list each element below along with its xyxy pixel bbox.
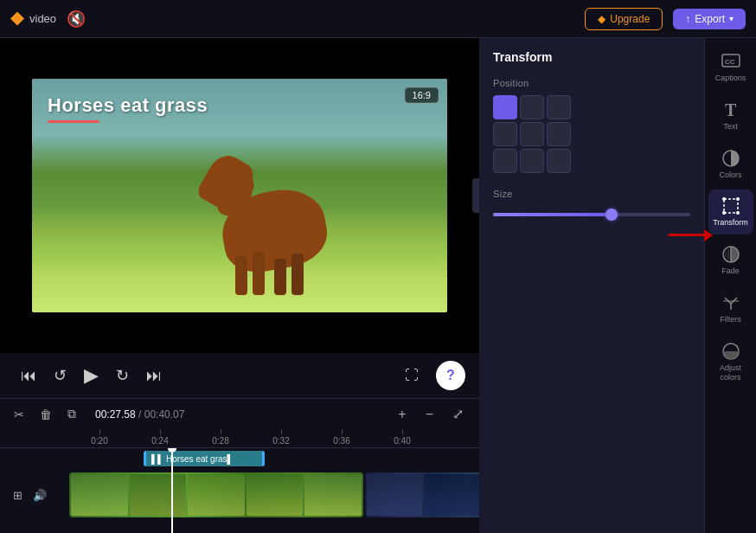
size-slider-container (493, 206, 690, 223)
pos-mid-right[interactable] (547, 122, 571, 146)
playback-controls: ⏮ ↺ ▶ ↻ ⏭ ⛶ ? (0, 353, 479, 398)
pos-bot-right[interactable] (547, 149, 571, 173)
tech-video-clip[interactable] (365, 472, 479, 517)
ruler-mark-5: 0:40 (372, 429, 432, 446)
horse-silhouette (188, 139, 361, 295)
svg-point-5 (722, 197, 726, 201)
sidebar-text-button[interactable]: T Text (708, 93, 753, 138)
sidebar-icons: CC Captions T Text Colors Transform (704, 38, 756, 533)
timeline-tracks: ▌▌ Horses eat gras▌ ⊞ 🔊 (0, 448, 479, 533)
colors-label: Colors (719, 170, 741, 180)
adjust-colors-label: Adjust colors (712, 363, 750, 382)
chevron-down-icon: ▾ (729, 14, 734, 23)
delete-button[interactable]: 🗑 (36, 406, 55, 423)
filters-icon (721, 293, 740, 312)
ruler-mark-3: 0:32 (251, 429, 311, 446)
playhead[interactable] (171, 448, 173, 533)
svg-text:CC: CC (725, 58, 735, 66)
sidebar-filters-button[interactable]: Filters (708, 286, 753, 331)
timeline-ruler: 0:20 0:24 0:28 0:32 0:36 0:40 (0, 429, 479, 448)
text-underline (48, 120, 99, 123)
horse-leg2 (253, 252, 265, 295)
svg-text:T: T (725, 100, 737, 119)
zoom-out-button[interactable]: − (420, 405, 439, 424)
duplicate-button[interactable]: ⧉ (64, 405, 80, 423)
cut-button[interactable]: ✂ (10, 406, 28, 423)
video-clips-row (69, 469, 479, 521)
overlay-text: Horses eat grass (48, 94, 208, 116)
time-display: 00:27.58 / 00:40.07 (95, 408, 184, 421)
filters-label: Filters (720, 315, 741, 324)
fit-timeline-button[interactable]: ⤢ (447, 404, 469, 424)
ruler-marks: 0:20 0:24 0:28 0:32 0:36 0:40 (0, 429, 479, 446)
size-slider-track (493, 213, 690, 216)
horse-video-clip[interactable] (69, 472, 363, 517)
fade-label: Fade (721, 266, 740, 276)
fullscreen-button[interactable]: ⛶ (398, 364, 426, 387)
total-time: 00:40.07 (144, 408, 185, 421)
sidebar-fade-button[interactable]: Fade (708, 238, 753, 283)
transform-icon (721, 196, 740, 215)
upgrade-button[interactable]: ◆ Upgrade (585, 8, 663, 30)
zoom-in-button[interactable]: + (393, 405, 411, 424)
upgrade-label: Upgrade (610, 13, 650, 25)
size-slider-fill (493, 213, 612, 216)
svg-rect-4 (724, 199, 738, 213)
position-grid (493, 95, 690, 173)
play-button[interactable]: ▶ (77, 361, 106, 390)
app-title: video (29, 12, 56, 25)
track-audio-icon[interactable]: 🔊 (31, 486, 48, 504)
track-media-icon[interactable]: ⊞ (9, 486, 26, 504)
caption-clip[interactable]: ▌▌ Horses eat gras▌ (144, 451, 265, 466)
captions-label: Captions (715, 74, 746, 83)
pos-top-center[interactable] (520, 95, 544, 119)
adjust-colors-icon (721, 342, 740, 361)
video-track: ⊞ 🔊 (0, 469, 479, 521)
horse-leg4 (292, 254, 304, 295)
time-separator: / (138, 408, 144, 421)
mute-button[interactable]: 🔇 (67, 10, 86, 29)
size-slider-thumb[interactable] (605, 209, 618, 221)
svg-point-8 (736, 211, 740, 215)
transform-panel: Transform Position Size (479, 38, 704, 533)
skip-forward-button[interactable]: ⏭ (139, 363, 169, 389)
transform-label: Transform (713, 218, 748, 228)
sidebar-adjust-colors-button[interactable]: Adjust colors (708, 335, 753, 389)
ruler-mark-4: 0:36 (311, 429, 372, 446)
video-area: Horses eat grass 16:9 › ⏮ ↺ ▶ ↻ ⏭ ⛶ ? ✂ … (0, 38, 479, 533)
pos-top-right[interactable] (547, 95, 571, 119)
diamond-small-icon: ◆ (598, 13, 605, 25)
right-panel: Transform Position Size (479, 38, 704, 533)
pos-mid-center[interactable] (520, 122, 544, 146)
video-preview: Horses eat grass 16:9 › (0, 38, 479, 353)
aspect-ratio-badge[interactable]: 16:9 (405, 87, 439, 103)
sidebar-captions-button[interactable]: CC Captions (708, 45, 753, 90)
horse-leg3 (274, 259, 286, 295)
forward-button[interactable]: ↻ (109, 363, 136, 389)
pos-mid-left[interactable] (493, 122, 517, 146)
ruler-mark-1: 0:24 (130, 429, 190, 446)
panel-title: Transform (493, 50, 690, 64)
ruler-mark-2: 0:28 (190, 429, 251, 446)
position-label: Position (493, 78, 690, 88)
export-label: Export (695, 13, 725, 25)
captions-icon: CC (721, 52, 740, 71)
skip-back-button[interactable]: ⏮ (14, 363, 43, 389)
export-button[interactable]: ↑ Export ▾ (673, 9, 746, 29)
rewind-button[interactable]: ↺ (47, 363, 74, 389)
sidebar-transform-button[interactable]: Transform (708, 189, 753, 234)
pos-top-left[interactable] (493, 95, 517, 119)
text-label: Text (723, 122, 738, 132)
colors-icon (721, 149, 740, 168)
pos-bot-left[interactable] (493, 149, 517, 173)
svg-point-7 (722, 211, 726, 215)
pos-bot-center[interactable] (520, 149, 544, 173)
diamond-icon (10, 12, 24, 26)
sidebar-colors-button[interactable]: Colors (708, 142, 753, 187)
video-canvas: Horses eat grass 16:9 (32, 79, 447, 312)
timeline-header: ✂ 🗑 ⧉ 00:27.58 / 00:40.07 + − ⤢ (0, 398, 479, 429)
size-section: Size (493, 189, 690, 223)
panel-collapse-button[interactable]: › (472, 178, 479, 213)
fade-icon (721, 245, 740, 264)
help-button[interactable]: ? (436, 361, 465, 390)
